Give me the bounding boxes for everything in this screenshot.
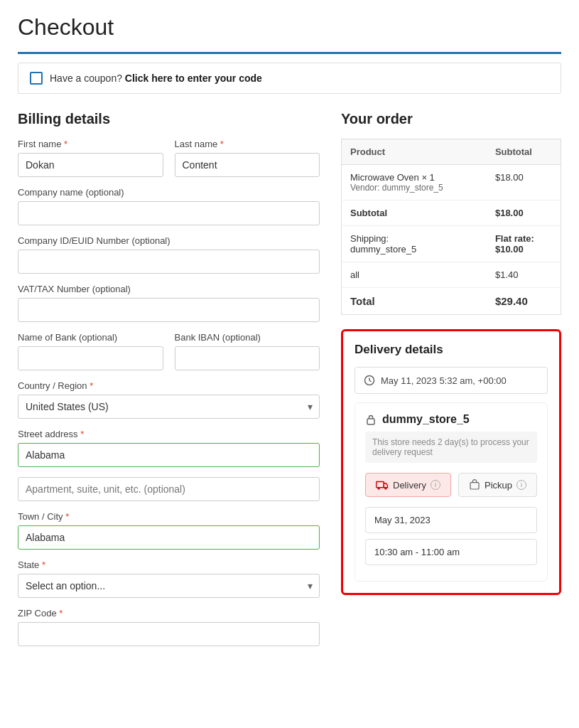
delivery-datetime: May 11, 2023 5:32 am, +00:00	[381, 375, 507, 386]
country-select[interactable]: United States (US)	[18, 395, 320, 419]
col-subtotal: Subtotal	[487, 139, 561, 165]
delivery-heading: Delivery details	[355, 343, 548, 357]
subtotal-value: $18.00	[487, 200, 561, 226]
store-name: dummy_store_5	[382, 413, 470, 426]
delivery-options: Delivery i Pickup i	[365, 473, 537, 497]
vendor-name: Vendor: dummy_store_5	[350, 183, 478, 193]
company-name-input[interactable]	[18, 201, 320, 225]
delivery-details-box: Delivery details May 11, 2023 5:32 am, +…	[341, 329, 561, 595]
selected-time-slot[interactable]: 10:30 am - 11:00 am	[365, 539, 537, 565]
vat-input[interactable]	[18, 298, 320, 322]
apt-input[interactable]	[18, 477, 320, 501]
state-label: State *	[18, 560, 320, 570]
order-table: Product Subtotal Microwave Oven × 1 Vend…	[341, 139, 561, 315]
bank-name-input[interactable]	[18, 346, 163, 370]
first-name-label: First name *	[18, 139, 163, 149]
delivery-label: Delivery	[393, 480, 426, 491]
vat-label: VAT/TAX Number (optional)	[18, 284, 320, 294]
bank-name-label: Name of Bank (optional)	[18, 332, 163, 343]
coupon-bar[interactable]: Have a coupon? Click here to enter your …	[18, 63, 561, 94]
last-name-field: Last name *	[175, 139, 320, 177]
coupon-text: Have a coupon? Click here to enter your …	[50, 73, 262, 84]
state-field: State * Select an option...	[18, 560, 320, 598]
svg-rect-2	[377, 482, 384, 488]
company-name-field: Company name (optional)	[18, 187, 320, 225]
bank-iban-field: Bank IBAN (optional)	[175, 332, 320, 370]
flat-rate-value: $10.00	[495, 244, 552, 255]
bank-iban-input[interactable]	[175, 346, 320, 370]
zip-label: ZIP Code *	[18, 608, 320, 619]
city-label: Town / City *	[18, 511, 320, 522]
flat-rate-label: Flat rate:	[495, 233, 552, 244]
title-underline	[18, 52, 561, 54]
bank-name-field: Name of Bank (optional)	[18, 332, 163, 370]
clock-icon	[364, 375, 375, 386]
country-select-wrapper: United States (US)	[18, 395, 320, 419]
delivery-truck-icon	[376, 479, 389, 491]
billing-section: Billing details First name * Last name *…	[18, 111, 320, 656]
all-label: all	[342, 262, 487, 288]
shipping-label: Shipping:	[350, 233, 478, 244]
street-label: Street address *	[18, 429, 320, 439]
store-name-row: dummy_store_5	[365, 413, 537, 426]
name-row: First name * Last name *	[18, 139, 320, 177]
total-label: Total	[342, 288, 487, 315]
first-name-input[interactable]	[18, 153, 163, 177]
last-name-input[interactable]	[175, 153, 320, 177]
shipping-store: dummy_store_5	[350, 244, 478, 255]
delivery-option-button[interactable]: Delivery i	[365, 473, 451, 497]
svg-point-4	[385, 488, 386, 489]
store-note: This store needs 2 day(s) to process you…	[365, 432, 537, 463]
subtotal-label: Subtotal	[342, 200, 487, 226]
pickup-icon	[469, 479, 480, 491]
pickup-option-button[interactable]: Pickup i	[458, 473, 537, 497]
country-field: Country / Region * United States (US)	[18, 380, 320, 419]
page-title: Checkout	[18, 14, 561, 41]
selected-date[interactable]: May 31, 2023	[365, 507, 537, 533]
company-name-label: Company name (optional)	[18, 187, 320, 198]
svg-rect-1	[367, 419, 374, 424]
table-row: Subtotal $18.00	[342, 200, 561, 226]
vat-field: VAT/TAX Number (optional)	[18, 284, 320, 322]
order-heading: Your order	[341, 111, 561, 127]
zip-input[interactable]	[18, 622, 320, 646]
coupon-icon	[30, 72, 43, 85]
svg-rect-5	[470, 483, 479, 489]
pickup-info-icon[interactable]: i	[516, 480, 526, 490]
product-name: Microwave Oven × 1	[350, 172, 478, 183]
delivery-info-icon[interactable]: i	[431, 480, 440, 490]
billing-heading: Billing details	[18, 111, 320, 127]
coupon-link[interactable]: Click here to enter your code	[125, 73, 262, 84]
bank-row: Name of Bank (optional) Bank IBAN (optio…	[18, 332, 320, 370]
street-field: Street address *	[18, 429, 320, 467]
bank-iban-label: Bank IBAN (optional)	[175, 332, 320, 343]
svg-point-3	[378, 488, 379, 489]
company-id-field: Company ID/EUID Number (optional)	[18, 235, 320, 274]
table-row: Total $29.40	[342, 288, 561, 315]
order-section: Your order Product Subtotal Microwave Ov…	[341, 111, 561, 595]
table-row: Shipping: dummy_store_5 Flat rate: $10.0…	[342, 226, 561, 262]
last-name-label: Last name *	[175, 139, 320, 149]
company-id-input[interactable]	[18, 250, 320, 274]
state-select-wrapper: Select an option...	[18, 574, 320, 598]
all-value: $1.40	[487, 262, 561, 288]
delivery-datetime-box: May 11, 2023 5:32 am, +00:00	[355, 367, 548, 394]
apt-field	[18, 477, 320, 501]
city-field: Town / City *	[18, 511, 320, 550]
street-input[interactable]	[18, 443, 320, 467]
zip-field: ZIP Code *	[18, 608, 320, 646]
product-price: $18.00	[487, 165, 561, 200]
total-value: $29.40	[487, 288, 561, 315]
store-box: dummy_store_5 This store needs 2 day(s) …	[355, 402, 548, 582]
main-layout: Billing details First name * Last name *…	[18, 111, 561, 656]
city-input[interactable]	[18, 525, 320, 550]
pickup-label: Pickup	[485, 480, 512, 491]
country-label: Country / Region *	[18, 380, 320, 391]
lock-icon	[365, 414, 377, 425]
company-id-label: Company ID/EUID Number (optional)	[18, 235, 320, 246]
col-product: Product	[342, 139, 487, 165]
first-name-field: First name *	[18, 139, 163, 177]
state-select[interactable]: Select an option...	[18, 574, 320, 598]
table-row: all $1.40	[342, 262, 561, 288]
table-row: Microwave Oven × 1 Vendor: dummy_store_5…	[342, 165, 561, 200]
